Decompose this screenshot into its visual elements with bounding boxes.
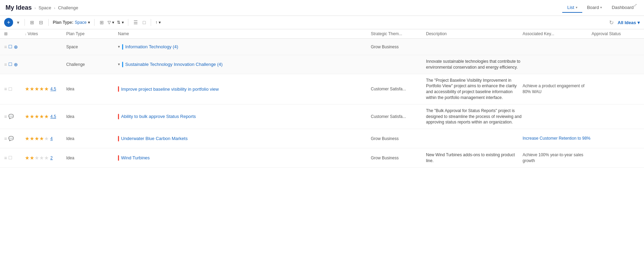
rating-number[interactable]: 2 <box>50 156 53 160</box>
comment-icon[interactable]: 💬 <box>8 114 14 119</box>
col-plan-type[interactable]: Plan Type <box>66 31 118 36</box>
add-button[interactable]: + <box>4 18 13 27</box>
menu-icon[interactable]: ≡ <box>4 44 7 50</box>
comment-icon[interactable]: ☐ <box>8 87 12 92</box>
split-view-btn[interactable]: ⊟ <box>38 19 44 26</box>
name-cell: ▾ Sustainable Technology Innovation Chal… <box>118 62 371 67</box>
star-filled: ★ <box>39 86 44 92</box>
columns-btn[interactable]: ⊞ <box>99 19 105 26</box>
strategic-theme-cell: Grow Business <box>371 136 426 141</box>
name-cell: ▾ Information Technology (4) <box>118 44 371 50</box>
star-empty: ★ <box>39 155 44 161</box>
star-filled: ★ <box>30 86 34 92</box>
group-chevron[interactable]: ▾ <box>118 62 120 67</box>
row-actions: ≡ 💬 <box>4 114 25 119</box>
name-cell: Ability to bulk approve Status Reports <box>118 114 371 119</box>
row-actions: ≡ ☐ <box>4 155 25 161</box>
star-empty: ★ <box>34 155 39 161</box>
star-rating: ★★★★★4.5 <box>25 86 66 92</box>
sep-1 <box>24 19 25 26</box>
col-votes[interactable]: ↓ Votes <box>25 31 66 36</box>
grid-view-btn[interactable]: ⊞ <box>29 19 35 26</box>
sep-4 <box>128 19 128 26</box>
idea-name-link[interactable]: Ability to bulk approve Status Reports <box>121 114 196 119</box>
comment-icon[interactable]: ☐ <box>8 62 12 67</box>
table-row: ≡ ☐ ⊕ Challenge ▾ Sustainable Technology… <box>0 55 644 74</box>
menu-icon[interactable]: ≡ <box>4 114 7 119</box>
col-strategic-theme[interactable]: Strategic Them... <box>371 31 426 36</box>
idea-name-link[interactable]: Wind Turbines <box>121 155 150 160</box>
export-icon: ↑ <box>155 20 157 25</box>
tab-board[interactable]: Board ▾ <box>582 3 607 13</box>
top-header: My Ideas › Space › Challenge ⤢ List ▾ Bo… <box>0 0 644 16</box>
strategic-theme-cell: Customer Satisfa... <box>371 114 426 119</box>
filter-icon: ▽ <box>108 20 111 25</box>
add-child-icon[interactable]: ⊕ <box>14 62 18 67</box>
breadcrumb-space[interactable]: Space <box>39 5 51 10</box>
menu-icon[interactable]: ≡ <box>4 62 7 67</box>
maximize-icon: ⤢ <box>634 3 637 8</box>
strategic-theme-cell: Grow Business <box>371 156 426 160</box>
star-rating: ★★★★★4 <box>25 136 66 142</box>
add-dropdown[interactable]: ▾ <box>16 19 20 26</box>
menu-icon[interactable]: ≡ <box>4 155 7 161</box>
menu-icon[interactable]: ≡ <box>4 86 7 92</box>
hierarchy-icon: ⊞ <box>4 31 8 36</box>
rating-number[interactable]: 4.5 <box>50 114 56 119</box>
plan-type-label: Plan Type: <box>53 20 73 25</box>
comment-icon[interactable]: ☐ <box>8 155 12 160</box>
rating-number[interactable]: 4.5 <box>50 87 56 91</box>
star-filled: ★ <box>30 113 34 120</box>
sort-chevron: ▾ <box>122 20 124 25</box>
table-row: ≡ 💬 ★★★★★4Idea Underwater Blue Carbon Ma… <box>0 129 644 148</box>
sort-btn[interactable]: ⇅ ▾ <box>117 20 124 25</box>
associated-key-cell: Achieve a product engagement of 80% WAU <box>523 83 592 95</box>
associated-key-cell: Achieve 100% year-to-year sales growth <box>523 152 592 164</box>
table-row: ≡ ☐ ⊕ Space ▾ Information Technology (4)… <box>0 39 644 55</box>
star-filled: ★ <box>34 136 39 142</box>
group-name-link[interactable]: Sustainable Technology Innovation Challe… <box>125 62 222 67</box>
export-chevron: ▾ <box>159 20 161 25</box>
table-header: ⊞ ↓ Votes Plan Type Name Strategic Them.… <box>0 29 644 39</box>
color-bar <box>122 44 123 50</box>
refresh-icon[interactable]: ↻ <box>609 19 614 26</box>
export-btn[interactable]: ↑ ▾ <box>155 20 161 25</box>
add-child-icon[interactable]: ⊕ <box>14 44 18 50</box>
group-chevron[interactable]: ▾ <box>118 44 120 49</box>
filter-btn[interactable]: ▽ ▾ <box>108 20 114 25</box>
board-tab-chevron: ▾ <box>600 6 602 9</box>
plan-type-selector[interactable]: Plan Type: Space ▾ <box>53 20 90 25</box>
tab-list[interactable]: List ▾ <box>562 3 582 13</box>
all-ideas-btn[interactable]: All Ideas ▾ <box>618 20 640 25</box>
star-filled: ★ <box>44 113 49 120</box>
star-filled: ★ <box>25 155 29 161</box>
breadcrumb-sep-1: › <box>34 6 36 10</box>
list-view-btn[interactable]: ☰ <box>132 19 139 26</box>
star-filled: ★ <box>39 113 44 120</box>
star-filled: ★ <box>25 136 29 142</box>
col-name[interactable]: Name <box>118 31 371 36</box>
group-name-link[interactable]: Information Technology (4) <box>125 44 178 49</box>
sep-2 <box>48 19 49 26</box>
star-filled: ★ <box>34 86 39 92</box>
comment-view-btn[interactable]: □ <box>142 19 147 26</box>
row-actions: ≡ 💬 <box>4 136 25 141</box>
col-description[interactable]: Description <box>426 31 523 36</box>
page-title: My Ideas <box>6 4 32 11</box>
table-row: ≡ 💬 ★★★★★4.5Idea Ability to bulk approve… <box>0 104 644 129</box>
menu-icon[interactable]: ≡ <box>4 136 7 141</box>
col-approval-status[interactable]: Approval Status <box>592 31 640 36</box>
star-filled: ★ <box>44 86 49 92</box>
star-empty: ★ <box>44 155 49 161</box>
idea-name-link[interactable]: Underwater Blue Carbon Markets <box>121 136 188 141</box>
rating-number[interactable]: 4 <box>50 136 53 141</box>
idea-name-link[interactable]: Improve project baseline visibility in p… <box>121 87 219 92</box>
comment-icon[interactable]: ☐ <box>8 44 12 49</box>
description-cell: Innovate sustainable technologies that c… <box>426 59 523 70</box>
breadcrumb-challenge[interactable]: Challenge <box>58 5 78 10</box>
star-empty: ★ <box>44 136 49 142</box>
comment-icon[interactable]: 💬 <box>8 136 14 141</box>
view-tabs: List ▾ Board ▾ Dashboard <box>562 3 638 13</box>
star-filled: ★ <box>30 136 34 142</box>
col-associated-key[interactable]: Associated Key... <box>523 31 592 36</box>
